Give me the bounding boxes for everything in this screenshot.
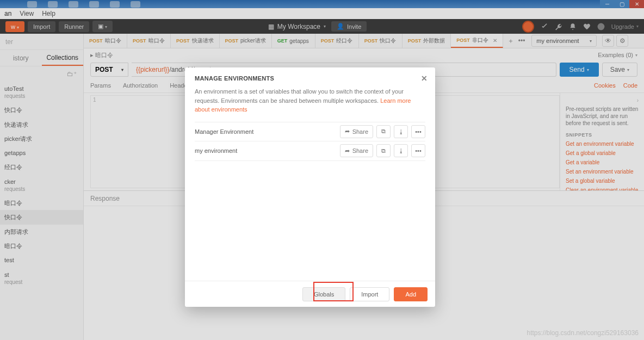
- modal-description: An environment is a set of variables tha…: [185, 87, 435, 122]
- more-icon: •••: [415, 147, 422, 154]
- environment-name[interactable]: Manager Environment: [195, 128, 253, 135]
- env-more-button[interactable]: •••: [411, 144, 425, 157]
- download-icon: ⭳: [398, 128, 404, 135]
- env-duplicate-button[interactable]: ⧉: [376, 125, 391, 138]
- env-share-button[interactable]: ➦Share: [340, 144, 373, 157]
- env-import-button[interactable]: Import: [350, 287, 389, 301]
- copy-icon: ⧉: [381, 147, 386, 154]
- copy-icon: ⧉: [381, 128, 386, 135]
- globals-button[interactable]: Globals: [302, 287, 345, 301]
- env-more-button[interactable]: •••: [411, 125, 425, 138]
- env-share-button[interactable]: ➦Share: [340, 125, 373, 138]
- env-download-button[interactable]: ⭳: [394, 144, 408, 157]
- env-add-button[interactable]: Add: [394, 287, 428, 301]
- more-icon: •••: [415, 128, 422, 135]
- share-arrow-icon: ➦: [345, 128, 350, 135]
- manage-environments-modal: MANAGE ENVIRONMENTS ✕ An environment is …: [185, 67, 435, 307]
- modal-title: MANAGE ENVIRONMENTS: [195, 75, 274, 82]
- download-icon: ⭳: [398, 147, 404, 154]
- env-download-button[interactable]: ⭳: [394, 125, 408, 138]
- modal-close-button[interactable]: ✕: [421, 74, 428, 83]
- environment-name[interactable]: my environment: [195, 147, 237, 154]
- share-arrow-icon: ➦: [345, 147, 350, 154]
- env-duplicate-button[interactable]: ⧉: [376, 144, 391, 157]
